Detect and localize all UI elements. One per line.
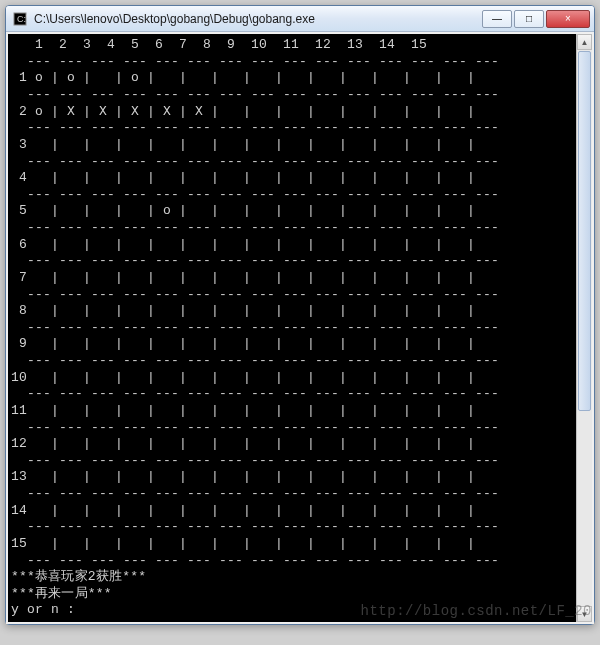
app-window: C:\ C:\Users\lenovo\Desktop\gobang\Debug… xyxy=(5,5,595,625)
close-button[interactable]: × xyxy=(546,10,590,28)
console-output: 1 2 3 4 5 6 7 8 9 10 11 12 13 14 15 --- … xyxy=(8,34,576,622)
maximize-button[interactable]: □ xyxy=(514,10,544,28)
minimize-button[interactable]: — xyxy=(482,10,512,28)
scroll-up-arrow[interactable]: ▲ xyxy=(577,34,592,50)
window-controls: — □ × xyxy=(480,10,590,28)
window-title: C:\Users\lenovo\Desktop\gobang\Debug\gob… xyxy=(34,12,480,26)
titlebar[interactable]: C:\ C:\Users\lenovo\Desktop\gobang\Debug… xyxy=(6,6,594,32)
scroll-thumb[interactable] xyxy=(578,51,591,411)
app-icon: C:\ xyxy=(12,11,28,27)
svg-text:C:\: C:\ xyxy=(17,14,27,24)
vertical-scrollbar[interactable]: ▲ ▼ xyxy=(576,34,592,622)
scroll-down-arrow[interactable]: ▼ xyxy=(577,606,592,622)
client-area: 1 2 3 4 5 6 7 8 9 10 11 12 13 14 15 --- … xyxy=(6,32,594,624)
